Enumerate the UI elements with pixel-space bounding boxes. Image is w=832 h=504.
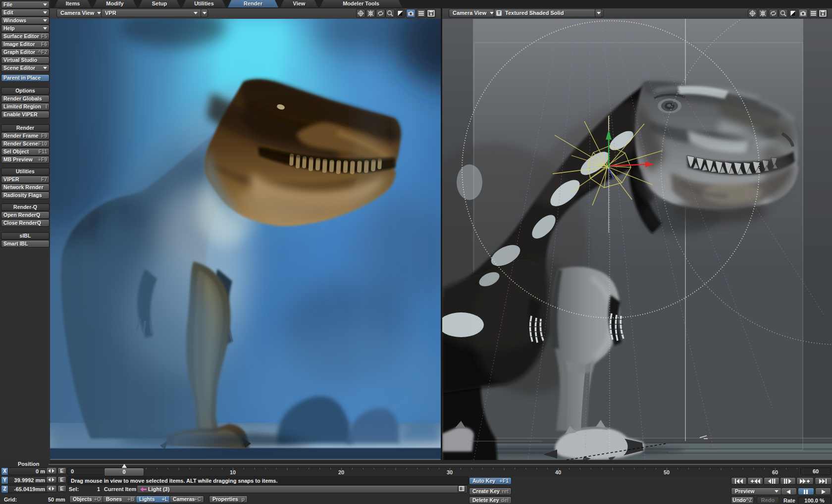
svg-text:20: 20 bbox=[338, 469, 344, 475]
svg-text:30: 30 bbox=[447, 469, 453, 475]
svg-text:60: 60 bbox=[772, 469, 778, 475]
svg-text:40: 40 bbox=[555, 469, 561, 475]
svg-text:10: 10 bbox=[230, 469, 236, 475]
svg-text:50: 50 bbox=[664, 469, 670, 475]
